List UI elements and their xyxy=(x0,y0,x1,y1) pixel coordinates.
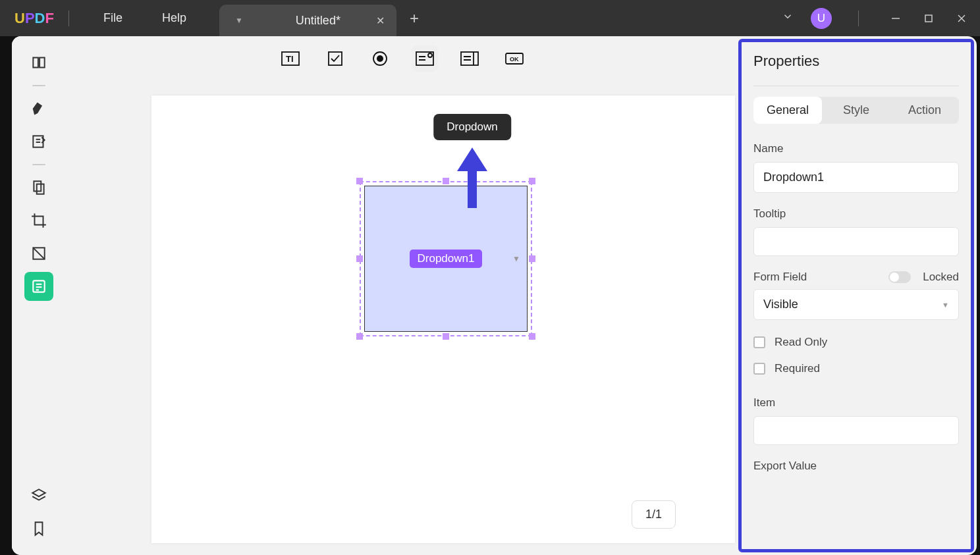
required-label: Required xyxy=(775,362,820,375)
tool-checkbox-icon[interactable] xyxy=(322,45,348,72)
tab-general[interactable]: General xyxy=(753,97,822,124)
tool-listbox-icon[interactable] xyxy=(456,45,483,72)
svg-rect-15 xyxy=(329,52,342,65)
dropdown-caret-icon: ▼ xyxy=(512,254,520,263)
tab-close-icon[interactable]: ✕ xyxy=(373,12,387,30)
sidebar-redact-icon[interactable] xyxy=(24,239,53,268)
window-minimize-icon[interactable] xyxy=(885,8,906,29)
readonly-label: Read Only xyxy=(775,336,827,349)
svg-rect-1 xyxy=(925,15,932,22)
properties-tabs: General Style Action xyxy=(753,97,959,124)
app-logo: UPDF xyxy=(14,10,54,27)
sidebar-organize-icon[interactable] xyxy=(24,173,53,202)
resize-handle[interactable] xyxy=(356,255,363,262)
svg-point-17 xyxy=(377,55,383,62)
visibility-select[interactable]: Visible ▼ xyxy=(753,289,959,320)
annotation-arrow-icon xyxy=(456,145,489,211)
readonly-checkbox[interactable] xyxy=(753,336,765,348)
divider xyxy=(858,11,859,26)
tool-dropdown-icon[interactable] xyxy=(412,45,438,72)
name-input[interactable] xyxy=(753,162,959,193)
separator xyxy=(32,85,45,86)
locked-label: Locked xyxy=(923,271,959,284)
svg-rect-22 xyxy=(461,52,478,65)
resize-handle[interactable] xyxy=(443,178,449,184)
name-label: Name xyxy=(753,142,959,155)
svg-marker-12 xyxy=(32,489,45,496)
tool-textfield-icon[interactable]: TI xyxy=(277,45,304,72)
toolbar-tooltip: Dropdown xyxy=(433,114,511,140)
sidebar-form-icon[interactable] xyxy=(24,272,53,301)
page-counter[interactable]: 1/1 xyxy=(632,500,676,529)
tab-caret-icon[interactable]: ▼ xyxy=(235,16,243,25)
workspace: TI OK Dropdown xyxy=(12,36,977,555)
user-avatar[interactable]: U xyxy=(811,8,832,29)
select-caret-icon: ▼ xyxy=(942,301,949,309)
form-field-selection[interactable]: Dropdown1 ▼ xyxy=(360,181,532,336)
resize-handle[interactable] xyxy=(356,178,363,184)
sidebar-comment-icon[interactable] xyxy=(24,94,53,123)
svg-text:TI: TI xyxy=(286,54,294,64)
tab-action[interactable]: Action xyxy=(890,97,959,124)
document-tab[interactable]: ▼ Untitled* ✕ xyxy=(219,5,396,36)
locked-toggle[interactable] xyxy=(888,271,911,283)
formfield-label: Form Field xyxy=(753,271,807,284)
item-label: Item xyxy=(753,396,959,410)
sidebar-edit-icon[interactable] xyxy=(24,127,53,156)
titlebar: UPDF File Help ▼ Untitled* ✕ + U xyxy=(0,0,980,36)
tooltip-label: Tooltip xyxy=(753,207,959,221)
visibility-value: Visible xyxy=(763,298,798,311)
form-toolbar: TI OK xyxy=(277,45,528,72)
resize-handle[interactable] xyxy=(443,333,449,340)
menu-file[interactable]: File xyxy=(84,11,142,25)
sidebar-layers-icon[interactable] xyxy=(24,481,53,510)
svg-rect-6 xyxy=(37,184,44,194)
window-maximize-icon[interactable] xyxy=(918,8,939,29)
svg-text:OK: OK xyxy=(510,56,519,63)
properties-title: Properties xyxy=(753,53,959,70)
sidebar-bookmark-icon[interactable] xyxy=(24,514,53,543)
sidebar-reader-icon[interactable] xyxy=(24,48,53,77)
resize-handle[interactable] xyxy=(529,333,535,340)
required-checkbox[interactable] xyxy=(753,363,765,375)
field-name-badge: Dropdown1 xyxy=(410,250,483,268)
menu-help[interactable]: Help xyxy=(142,11,206,25)
tool-button-icon[interactable]: OK xyxy=(501,45,528,72)
properties-panel: Properties General Style Action Name Too… xyxy=(738,39,974,552)
sidebar-crop-icon[interactable] xyxy=(24,206,53,235)
document-page[interactable]: Dropdown1 ▼ xyxy=(151,95,735,543)
left-sidebar xyxy=(12,36,66,555)
chevron-down-icon[interactable] xyxy=(776,5,799,31)
export-value-label: Export Value xyxy=(753,460,959,473)
tool-radio-icon[interactable] xyxy=(367,45,393,72)
resize-handle[interactable] xyxy=(529,255,535,262)
resize-handle[interactable] xyxy=(529,178,535,184)
canvas-area[interactable]: TI OK Dropdown xyxy=(66,36,738,555)
resize-handle[interactable] xyxy=(356,333,363,340)
tooltip-input[interactable] xyxy=(753,227,959,256)
divider xyxy=(68,11,69,26)
tab-style[interactable]: Style xyxy=(822,97,890,124)
item-input[interactable] xyxy=(753,416,959,445)
svg-point-21 xyxy=(428,53,432,57)
window-close-icon[interactable] xyxy=(951,8,972,29)
new-tab-button[interactable]: + xyxy=(410,9,419,28)
tab-title: Untitled* xyxy=(296,14,340,28)
svg-rect-5 xyxy=(34,181,41,191)
svg-marker-28 xyxy=(457,147,487,208)
separator xyxy=(32,164,45,165)
dropdown-field[interactable]: Dropdown1 ▼ xyxy=(364,186,528,332)
